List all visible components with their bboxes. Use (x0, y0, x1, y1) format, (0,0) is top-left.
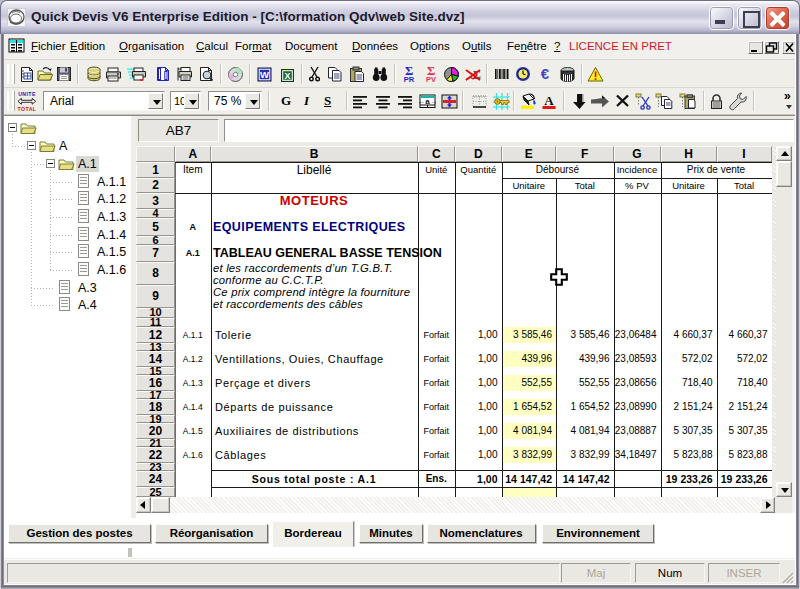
svg-text:W: W (260, 69, 269, 80)
svg-text:PR: PR (404, 75, 415, 84)
svg-text:PV: PV (426, 75, 436, 84)
svg-text:UNITE: UNITE (18, 91, 36, 97)
svg-text:A: A (544, 93, 554, 108)
svg-text:TOTAL: TOTAL (18, 106, 37, 112)
svg-text:X: X (284, 71, 290, 81)
svg-text:€: € (541, 66, 550, 82)
svg-text:←a→: ←a→ (419, 97, 436, 106)
